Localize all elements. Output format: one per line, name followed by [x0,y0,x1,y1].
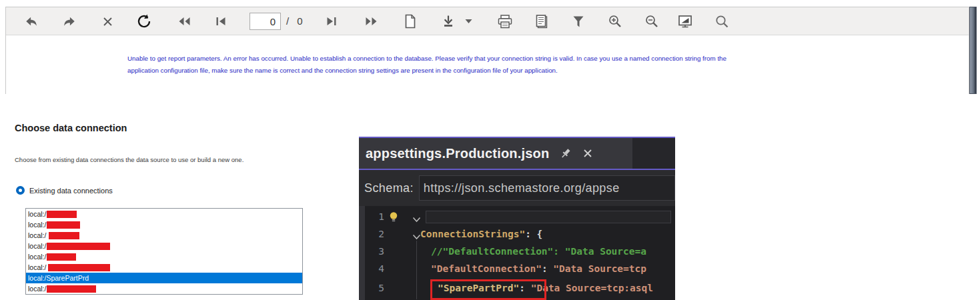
download-caret-icon[interactable] [464,13,473,29]
fold-chevron-icon[interactable] [412,213,421,226]
history-forward-icon[interactable] [61,13,77,29]
redaction-bar [47,285,96,293]
line-number: 5 [368,281,384,295]
tab-title: appsettings.Production.json [366,146,549,161]
report-content-area: Unable to get report parameters. An erro… [6,35,969,94]
list-item[interactable]: local:/ [26,230,302,241]
schema-bar: Schema: https://json.schemastore.org/app… [359,170,675,206]
connection-label: local:/ [28,231,46,239]
json-key: ConnectionStrings" [420,229,525,239]
json-value: "Data Source=tcp [553,263,646,274]
line-number: 3 [368,245,384,258]
connection-label: local:/ [28,221,46,229]
page-number-input[interactable] [250,13,281,30]
zoom-out-icon[interactable] [644,13,660,29]
fit-page-icon[interactable] [677,13,693,29]
pin-icon[interactable] [558,147,572,160]
report-viewer-panel: / 0 [5,7,969,94]
next-double-icon[interactable] [363,13,379,29]
redaction-bar [47,211,77,218]
list-item[interactable]: local:/ [26,209,302,219]
list-item[interactable]: local:/ [26,283,302,294]
tab-appsettings-production-json[interactable]: appsettings.Production.json [359,138,632,169]
schema-url-field[interactable]: https://json.schemastore.org/appse [419,175,675,201]
list-item[interactable]: local:/ [26,262,302,273]
line-number: 4 [368,262,384,275]
json-value: "Data Source=tcp:asql [531,283,653,293]
error-line-1: Unable to get report parameters. An erro… [127,53,801,65]
first-page-icon[interactable] [213,13,229,29]
radio-selected-icon[interactable] [16,186,25,195]
list-item[interactable]: local:/ [26,251,302,262]
json-punctuation: : [542,263,553,274]
lightbulb-icon[interactable] [388,211,399,226]
close-tab-icon[interactable] [581,147,594,160]
download-icon[interactable] [440,13,456,29]
line-number: 2 [368,227,384,241]
line1-highlight-box [426,211,671,223]
code-line-3: 3 //"DefaultConnection": "Data Source=a [359,245,675,258]
data-connections-listbox[interactable]: local:/ local:/ local:/ local:/ local:/ … [25,208,303,295]
redaction-bar [47,243,110,250]
connection-label: local:/ [28,210,46,218]
list-item[interactable]: local:/ [26,219,302,230]
connection-label: local:/ [28,263,46,271]
vertical-scrollbar[interactable] [969,7,977,94]
radio-label: Existing data connections [29,187,113,195]
zoom-in-icon[interactable] [607,13,623,29]
redaction-bar [47,221,80,229]
report-toolbar: / 0 [6,7,969,35]
list-item-selected[interactable]: local:/SparePartPrd [26,273,302,283]
new-document-icon[interactable] [402,13,418,29]
screen: { "report_viewer": { "toolbar": { "page_… [0,0,980,300]
connection-label: local:/ [28,242,46,250]
prev-double-icon[interactable] [176,13,192,29]
connection-label: local:/SparePartPrd [28,274,89,282]
json-comment: //"DefaultConnection": "Data Source=a [431,245,646,258]
filter-icon[interactable] [570,13,586,29]
editor-tab-bar: appsettings.Production.json [359,138,675,169]
json-punctuation: : { [525,229,542,239]
connection-label: local:/ [28,253,46,261]
history-back-icon[interactable] [23,13,39,29]
error-line-2: application configuration file, make sur… [127,65,801,77]
search-icon[interactable] [714,13,730,29]
json-key: "DefaultConnection" [431,263,542,274]
code-editor-screenshot: appsettings.Production.json Schema: http… [359,137,675,300]
last-page-icon[interactable] [324,13,340,29]
red-highlight-box [430,279,546,300]
page-title: Choose data connection [15,123,127,133]
schema-label: Schema: [364,181,414,195]
redaction-bar [47,253,76,261]
existing-connections-radio-row[interactable]: Existing data connections [16,186,113,195]
page-total-label: / 0 [286,15,306,27]
refresh-icon[interactable] [136,13,152,29]
connection-label: local:/ [28,285,46,293]
code-line-2: 2 ConnectionStrings": { [359,227,675,241]
report-error-message: Unable to get report parameters. An erro… [127,53,801,77]
code-area: 1 2 ConnectionStrings": { 3 //"DefaultCo… [359,206,675,300]
page-setup-icon[interactable] [534,13,550,29]
line-number: 1 [368,210,384,223]
code-line-1: 1 [359,210,675,223]
wizard-description: Choose from existing data connections th… [15,156,243,163]
redaction-bar [48,264,110,271]
list-item[interactable]: local:/ [26,241,302,251]
print-icon[interactable] [497,13,513,29]
cancel-icon[interactable] [99,13,115,29]
code-line-4: 4 "DefaultConnection": "Data Source=tcp [359,262,675,275]
redaction-bar [49,232,79,239]
